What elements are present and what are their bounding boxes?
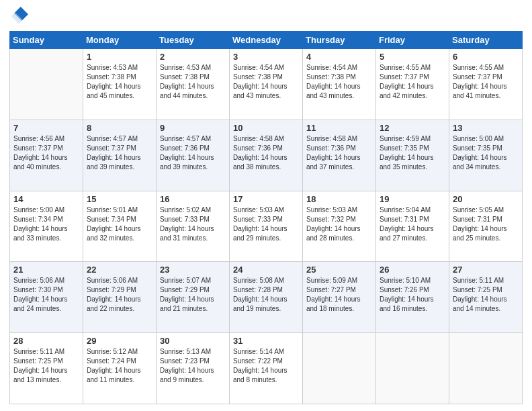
day-info: Sunrise: 5:09 AM Sunset: 7:27 PM Dayligh… [306, 276, 372, 314]
logo-icon [9, 7, 28, 26]
day-info: Sunrise: 5:07 AM Sunset: 7:29 PM Dayligh… [160, 276, 226, 314]
day-cell: 10Sunrise: 4:58 AM Sunset: 7:36 PM Dayli… [230, 120, 303, 191]
day-info: Sunrise: 5:02 AM Sunset: 7:33 PM Dayligh… [160, 205, 226, 243]
week-row-3: 14Sunrise: 5:00 AM Sunset: 7:34 PM Dayli… [10, 191, 523, 262]
day-number: 10 [233, 123, 299, 133]
day-number: 2 [160, 52, 226, 62]
day-number: 25 [306, 265, 372, 275]
day-info: Sunrise: 4:58 AM Sunset: 7:36 PM Dayligh… [233, 134, 299, 172]
day-info: Sunrise: 4:59 AM Sunset: 7:35 PM Dayligh… [380, 134, 445, 172]
day-number: 6 [453, 52, 519, 62]
day-info: Sunrise: 5:01 AM Sunset: 7:34 PM Dayligh… [87, 205, 152, 243]
day-cell: 7Sunrise: 4:56 AM Sunset: 7:37 PM Daylig… [10, 120, 83, 191]
day-cell: 28Sunrise: 5:11 AM Sunset: 7:25 PM Dayli… [10, 333, 83, 404]
day-number: 19 [380, 194, 445, 204]
day-cell: 29Sunrise: 5:12 AM Sunset: 7:24 PM Dayli… [83, 333, 157, 404]
day-info: Sunrise: 5:06 AM Sunset: 7:30 PM Dayligh… [13, 276, 79, 314]
day-cell: 16Sunrise: 5:02 AM Sunset: 7:33 PM Dayli… [157, 191, 230, 262]
day-cell: 21Sunrise: 5:06 AM Sunset: 7:30 PM Dayli… [10, 262, 83, 333]
day-cell: 27Sunrise: 5:11 AM Sunset: 7:25 PM Dayli… [449, 262, 523, 333]
week-row-4: 21Sunrise: 5:06 AM Sunset: 7:30 PM Dayli… [10, 262, 523, 333]
day-number: 21 [13, 265, 79, 275]
logo [9, 7, 31, 26]
day-cell: 30Sunrise: 5:13 AM Sunset: 7:23 PM Dayli… [157, 333, 230, 404]
day-info: Sunrise: 5:04 AM Sunset: 7:31 PM Dayligh… [380, 205, 445, 243]
col-header-friday: Friday [376, 32, 449, 49]
day-number: 13 [453, 123, 519, 133]
day-info: Sunrise: 5:05 AM Sunset: 7:31 PM Dayligh… [453, 205, 519, 243]
day-number: 12 [380, 123, 445, 133]
week-row-1: 1Sunrise: 4:53 AM Sunset: 7:38 PM Daylig… [10, 49, 523, 120]
day-number: 28 [13, 336, 79, 346]
page: SundayMondayTuesdayWednesdayThursdayFrid… [0, 0, 532, 411]
day-cell: 31Sunrise: 5:14 AM Sunset: 7:22 PM Dayli… [230, 333, 303, 404]
day-cell: 3Sunrise: 4:54 AM Sunset: 7:38 PM Daylig… [230, 49, 303, 120]
day-info: Sunrise: 4:54 AM Sunset: 7:38 PM Dayligh… [233, 63, 299, 101]
day-cell [10, 49, 83, 120]
week-row-5: 28Sunrise: 5:11 AM Sunset: 7:25 PM Dayli… [10, 333, 523, 404]
day-number: 14 [13, 194, 79, 204]
header-row: SundayMondayTuesdayWednesdayThursdayFrid… [10, 32, 523, 49]
calendar-table: SundayMondayTuesdayWednesdayThursdayFrid… [9, 31, 523, 404]
day-number: 26 [380, 265, 445, 275]
day-cell [376, 333, 449, 404]
day-number: 1 [87, 52, 152, 62]
day-cell: 18Sunrise: 5:03 AM Sunset: 7:32 PM Dayli… [303, 191, 376, 262]
day-number: 8 [87, 123, 152, 133]
day-info: Sunrise: 5:11 AM Sunset: 7:25 PM Dayligh… [453, 276, 519, 314]
col-header-wednesday: Wednesday [230, 32, 303, 49]
day-info: Sunrise: 4:57 AM Sunset: 7:36 PM Dayligh… [160, 134, 226, 172]
day-cell: 11Sunrise: 4:58 AM Sunset: 7:36 PM Dayli… [303, 120, 376, 191]
day-cell: 8Sunrise: 4:57 AM Sunset: 7:37 PM Daylig… [83, 120, 157, 191]
day-number: 9 [160, 123, 226, 133]
day-cell: 6Sunrise: 4:55 AM Sunset: 7:37 PM Daylig… [449, 49, 523, 120]
day-number: 5 [380, 52, 445, 62]
day-number: 15 [87, 194, 152, 204]
day-cell: 12Sunrise: 4:59 AM Sunset: 7:35 PM Dayli… [376, 120, 449, 191]
day-number: 31 [233, 336, 299, 346]
day-info: Sunrise: 4:56 AM Sunset: 7:37 PM Dayligh… [13, 134, 79, 172]
day-cell: 1Sunrise: 4:53 AM Sunset: 7:38 PM Daylig… [83, 49, 157, 120]
day-info: Sunrise: 5:13 AM Sunset: 7:23 PM Dayligh… [160, 347, 226, 385]
day-number: 17 [233, 194, 299, 204]
day-cell: 20Sunrise: 5:05 AM Sunset: 7:31 PM Dayli… [449, 191, 523, 262]
day-cell: 9Sunrise: 4:57 AM Sunset: 7:36 PM Daylig… [157, 120, 230, 191]
day-cell [449, 333, 523, 404]
day-info: Sunrise: 5:14 AM Sunset: 7:22 PM Dayligh… [233, 347, 299, 385]
day-info: Sunrise: 4:55 AM Sunset: 7:37 PM Dayligh… [380, 63, 445, 101]
day-info: Sunrise: 5:03 AM Sunset: 7:32 PM Dayligh… [306, 205, 372, 243]
day-number: 4 [306, 52, 372, 62]
day-cell: 19Sunrise: 5:04 AM Sunset: 7:31 PM Dayli… [376, 191, 449, 262]
col-header-monday: Monday [83, 32, 157, 49]
day-number: 24 [233, 265, 299, 275]
day-info: Sunrise: 4:54 AM Sunset: 7:38 PM Dayligh… [306, 63, 372, 101]
day-info: Sunrise: 4:53 AM Sunset: 7:38 PM Dayligh… [87, 63, 152, 101]
day-cell: 17Sunrise: 5:03 AM Sunset: 7:33 PM Dayli… [230, 191, 303, 262]
day-info: Sunrise: 5:10 AM Sunset: 7:26 PM Dayligh… [380, 276, 445, 314]
day-info: Sunrise: 5:08 AM Sunset: 7:28 PM Dayligh… [233, 276, 299, 314]
day-cell: 15Sunrise: 5:01 AM Sunset: 7:34 PM Dayli… [83, 191, 157, 262]
day-number: 27 [453, 265, 519, 275]
day-number: 16 [160, 194, 226, 204]
col-header-saturday: Saturday [449, 32, 523, 49]
day-number: 30 [160, 336, 226, 346]
day-number: 3 [233, 52, 299, 62]
day-info: Sunrise: 5:12 AM Sunset: 7:24 PM Dayligh… [87, 347, 152, 385]
day-cell: 2Sunrise: 4:53 AM Sunset: 7:38 PM Daylig… [157, 49, 230, 120]
day-info: Sunrise: 5:03 AM Sunset: 7:33 PM Dayligh… [233, 205, 299, 243]
day-number: 22 [87, 265, 152, 275]
day-number: 20 [453, 194, 519, 204]
day-cell: 24Sunrise: 5:08 AM Sunset: 7:28 PM Dayli… [230, 262, 303, 333]
day-cell: 23Sunrise: 5:07 AM Sunset: 7:29 PM Dayli… [157, 262, 230, 333]
day-number: 11 [306, 123, 372, 133]
day-number: 7 [13, 123, 79, 133]
day-number: 29 [87, 336, 152, 346]
day-info: Sunrise: 4:53 AM Sunset: 7:38 PM Dayligh… [160, 63, 226, 101]
day-number: 18 [306, 194, 372, 204]
day-info: Sunrise: 4:57 AM Sunset: 7:37 PM Dayligh… [87, 134, 152, 172]
day-info: Sunrise: 5:00 AM Sunset: 7:34 PM Dayligh… [13, 205, 79, 243]
day-info: Sunrise: 5:06 AM Sunset: 7:29 PM Dayligh… [87, 276, 152, 314]
day-info: Sunrise: 5:00 AM Sunset: 7:35 PM Dayligh… [453, 134, 519, 172]
day-cell: 22Sunrise: 5:06 AM Sunset: 7:29 PM Dayli… [83, 262, 157, 333]
day-cell: 5Sunrise: 4:55 AM Sunset: 7:37 PM Daylig… [376, 49, 449, 120]
